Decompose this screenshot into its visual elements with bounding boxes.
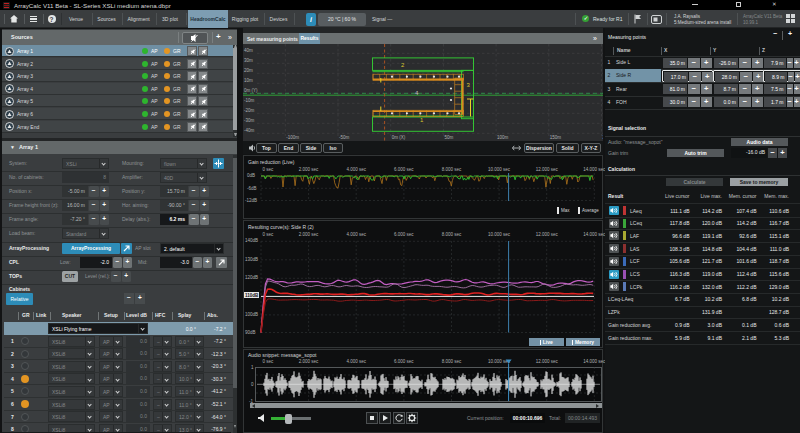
svg-text:3: 3	[467, 82, 471, 88]
svg-text:1: 1	[420, 117, 424, 123]
svg-text:2: 2	[401, 62, 405, 68]
